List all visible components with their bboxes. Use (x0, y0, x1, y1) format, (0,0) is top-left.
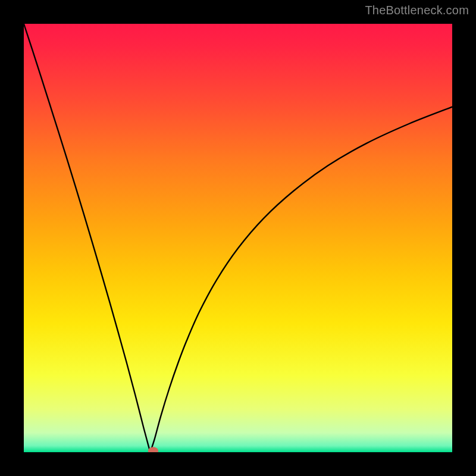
chart-frame (24, 24, 452, 452)
attribution-label: TheBottleneck.com (365, 4, 469, 17)
bottleneck-chart (24, 24, 452, 452)
gradient-background (24, 24, 452, 452)
